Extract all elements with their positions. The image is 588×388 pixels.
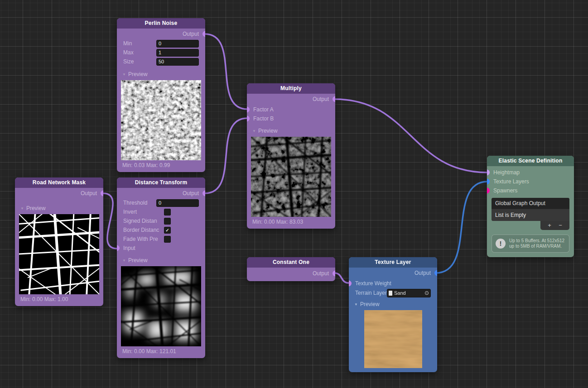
perlin-output-port[interactable] <box>202 31 205 37</box>
sand-preview-image <box>364 310 422 368</box>
roadmask-preview-image <box>19 214 99 294</box>
texturelayer-output-port[interactable] <box>434 270 437 276</box>
minmax-stats: Min: 0.00 Max: 121.01 <box>117 348 205 355</box>
factor-a-input-port[interactable] <box>247 107 250 113</box>
min-field-input[interactable] <box>156 40 199 48</box>
preview-foldout-label: Preview <box>128 257 148 263</box>
output-port-label: Output <box>183 190 199 196</box>
node-elastic-scene-definition[interactable]: Elastic Scene Definition Heightmap Textu… <box>487 156 574 257</box>
factor-b-port-label: Factor B <box>253 115 274 122</box>
node-perlin-noise[interactable]: Perlin Noise Output Min Max Size ▼ Previ… <box>117 18 205 172</box>
distance-output-port[interactable] <box>202 191 205 196</box>
threshold-field-label: Threshold <box>123 200 147 206</box>
preview-foldout-label: Preview <box>258 128 278 134</box>
distance-preview-image <box>121 266 201 346</box>
node-title: Texture Layer <box>349 257 437 268</box>
node-texture-layer[interactable]: Texture Layer Output Texture Weight Terr… <box>349 257 437 372</box>
buffer-info-box: ! Up to 5 Buffers. At 512x512 up to 5MB … <box>492 235 569 253</box>
node-title: Multiply <box>247 83 335 94</box>
node-title: Elastic Scene Definition <box>487 156 574 166</box>
chevron-down-icon: ▼ <box>122 72 126 77</box>
input-port-label: Input <box>123 245 135 251</box>
minmax-stats: Min: 0.03 Max: 0.99 <box>117 162 205 169</box>
multiply-preview-image <box>251 137 331 217</box>
list-empty-row: List is Empty <box>492 209 569 221</box>
node-distance-transform[interactable]: Distance Transform Output Threshold Inve… <box>117 177 205 358</box>
max-field-label: Max <box>123 49 134 56</box>
distance-input-port[interactable] <box>117 245 120 251</box>
node-title: Perlin Noise <box>117 18 205 29</box>
invert-checkbox[interactable] <box>164 209 171 216</box>
preview-foldout[interactable]: ▼ Preview <box>247 127 335 135</box>
texture-weight-port-label: Texture Weight <box>355 280 391 287</box>
spawners-port-label: Spawners <box>493 187 517 194</box>
constant-output-port[interactable] <box>333 271 335 277</box>
size-field-input[interactable] <box>156 58 199 66</box>
preview-foldout-label: Preview <box>128 71 148 77</box>
node-title: Road Network Mask <box>15 177 103 188</box>
factor-b-input-port[interactable] <box>247 116 250 122</box>
node-multiply[interactable]: Multiply Output Factor A Factor B ▼ Prev… <box>247 83 335 229</box>
invert-checkbox-label: Invert <box>123 209 137 215</box>
texture-layers-input-port[interactable] <box>487 179 490 185</box>
object-picker-icon[interactable]: ⊙ <box>424 290 429 296</box>
node-graph-canvas[interactable]: Perlin Noise Output Min Max Size ▼ Previ… <box>0 0 588 388</box>
chevron-down-icon: ▼ <box>122 259 126 263</box>
perlin-preview-image <box>121 80 201 160</box>
preview-foldout[interactable]: ▼ Preview <box>117 256 205 264</box>
output-port-label: Output <box>313 96 329 102</box>
heightmap-port-label: Heightmap <box>493 169 520 176</box>
fade-with-checkbox[interactable] <box>164 236 171 243</box>
add-item-button[interactable]: + <box>548 221 551 230</box>
output-port-label: Output <box>183 31 199 37</box>
node-constant-one[interactable]: Constant One Output <box>247 257 335 281</box>
signed-distance-checkbox-label: Signed Distan <box>123 218 157 224</box>
size-field-label: Size <box>123 58 134 65</box>
output-port-label: Output <box>313 270 329 277</box>
edge-roadmask-to-distance-input[interactable] <box>103 193 117 249</box>
node-road-network-mask[interactable]: Road Network Mask Output ▼ Preview Min: … <box>15 177 103 306</box>
multiply-output-port[interactable] <box>333 96 335 102</box>
terrain-layer-object-field[interactable]: Sand ⊙ <box>387 289 431 297</box>
max-field-input[interactable] <box>156 49 199 57</box>
preview-foldout-label: Preview <box>360 301 380 307</box>
roadmask-output-port[interactable] <box>101 191 103 196</box>
border-distance-checkbox-label: Border Distanc <box>123 227 159 233</box>
preview-foldout[interactable]: ▼ Preview <box>15 204 103 212</box>
spawners-list: Global Graph Output List is Empty <box>492 198 569 221</box>
node-title: Constant One <box>247 257 335 268</box>
node-title: Distance Transform <box>117 177 205 188</box>
texture-weight-input-port[interactable] <box>349 281 352 287</box>
chevron-down-icon: ▼ <box>20 206 24 211</box>
preview-foldout[interactable]: ▼ Preview <box>349 300 437 308</box>
preview-foldout[interactable]: ▼ Preview <box>117 70 205 78</box>
spawners-input-port[interactable] <box>487 188 490 194</box>
minmax-stats: Min: 0.00 Max: 1.00 <box>15 296 103 303</box>
min-field-label: Min <box>123 40 132 47</box>
edge-perlin-to-multiply-a[interactable] <box>205 34 247 109</box>
preview-foldout-label: Preview <box>26 205 46 211</box>
edge-texturelayer-to-texturelayers[interactable] <box>436 182 487 273</box>
threshold-field-input[interactable] <box>156 199 199 207</box>
list-header: Global Graph Output <box>492 198 569 209</box>
factor-a-port-label: Factor A <box>253 106 274 113</box>
fade-with-checkbox-label: Fade With Pre <box>123 236 158 242</box>
chevron-down-icon: ▼ <box>252 129 256 133</box>
output-port-label: Output <box>414 270 431 276</box>
output-port-label: Output <box>81 190 97 196</box>
edge-multiply-to-heightmap[interactable] <box>334 99 487 172</box>
texture-layers-port-label: Texture Layers <box>493 178 529 185</box>
edge-distance-to-multiply-b[interactable] <box>205 118 247 193</box>
warning-icon: ! <box>496 239 506 249</box>
list-buttons: + − <box>540 221 569 230</box>
heightmap-input-port[interactable] <box>487 170 490 176</box>
terrain-layer-field-label: Terrain Layer <box>355 290 387 296</box>
remove-item-button[interactable]: − <box>559 221 562 230</box>
signed-distance-checkbox[interactable] <box>164 218 171 225</box>
minmax-stats: Min: 0.00 Max: 83.03 <box>247 218 335 225</box>
border-distance-checkbox[interactable]: ✓ <box>164 227 171 234</box>
terrain-layer-value: Sand <box>394 290 406 296</box>
edge-constant-to-textureweight[interactable] <box>334 273 349 283</box>
buffer-info-text: Up to 5 Buffers. At 512x512 up to 5MB of… <box>509 238 565 249</box>
asset-icon <box>389 291 392 296</box>
